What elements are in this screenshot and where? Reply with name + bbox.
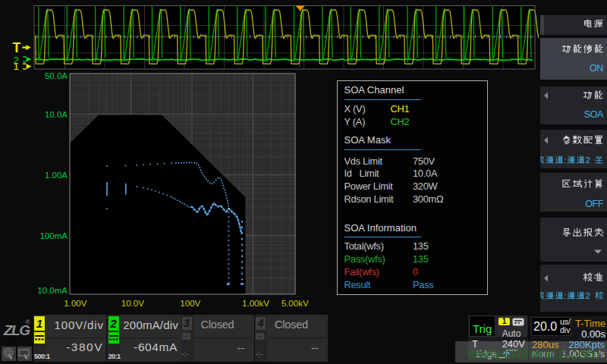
svg-text:100mA: 100mA bbox=[40, 231, 68, 240]
svg-text:1.00A: 1.00A bbox=[45, 171, 68, 180]
svg-text::: : bbox=[564, 155, 566, 165]
svg-text:10.0mA: 10.0mA bbox=[37, 286, 68, 295]
svg-text:10.0V: 10.0V bbox=[121, 299, 144, 308]
svg-text::: : bbox=[564, 290, 566, 300]
svg-text:5.00kV: 5.00kV bbox=[281, 299, 309, 308]
svg-text:100V: 100V bbox=[180, 299, 200, 308]
svg-text:1.00kV: 1.00kV bbox=[242, 299, 269, 308]
svg-text:10.0A: 10.0A bbox=[45, 110, 68, 119]
svg-text:1: 1 bbox=[14, 61, 20, 72]
svg-text:2: 2 bbox=[586, 155, 590, 165]
svg-text:1.00V: 1.00V bbox=[64, 299, 86, 308]
svg-text:50.0A: 50.0A bbox=[45, 71, 68, 80]
svg-text:T: T bbox=[13, 40, 21, 55]
svg-text:2: 2 bbox=[586, 290, 590, 300]
